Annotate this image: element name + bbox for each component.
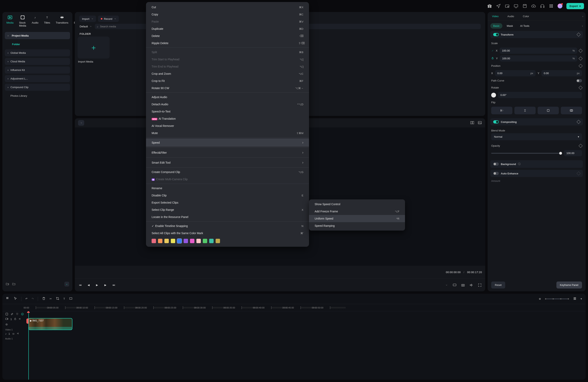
- autoenhance-toggle[interactable]: [493, 172, 499, 175]
- ctx-detach-audio[interactable]: Detach Audio^⌥D: [146, 101, 309, 108]
- video-track-icon[interactable]: [5, 317, 8, 321]
- scale-y-field[interactable]: 100.00%: [500, 55, 577, 61]
- compositing-keyframe[interactable]: [577, 120, 581, 124]
- pos-x-field[interactable]: 0.00px: [495, 70, 536, 76]
- subtab-aitools[interactable]: AI Tools: [517, 23, 532, 29]
- swatch[interactable]: [190, 239, 194, 243]
- pathcurve-toggle[interactable]: [576, 79, 582, 82]
- keyframe-panel-button[interactable]: Keyframe Panel: [556, 282, 582, 288]
- import-dropdown[interactable]: Import: [79, 16, 96, 22]
- timeline-ruler[interactable]: 00:0000:00:05:0000:00:10:0000:00:15:0000…: [2, 304, 586, 311]
- scale-x-field[interactable]: 100.00%: [500, 48, 577, 54]
- avatar[interactable]: [558, 4, 562, 8]
- save-icon[interactable]: [522, 4, 527, 8]
- record-dropdown[interactable]: Record: [98, 16, 119, 22]
- ctx-mute[interactable]: Mute⇧⌘M: [146, 130, 309, 137]
- lock-scale-icon[interactable]: [491, 57, 494, 60]
- tab-stock-media[interactable]: Stock Media: [19, 15, 26, 27]
- ctx-export-selected-clips[interactable]: Export Selected Clips: [146, 199, 309, 206]
- flip-fit-button[interactable]: [561, 107, 582, 114]
- volume-icon[interactable]: [469, 283, 474, 287]
- blend-mode-select[interactable]: Normal▾: [491, 133, 582, 140]
- swatch[interactable]: [184, 239, 188, 243]
- inspector-tab-color[interactable]: Color: [518, 12, 533, 20]
- ctx-duplicate[interactable]: Duplicate⌘D: [146, 25, 309, 32]
- ctx-ai-vocal-remover[interactable]: AI Vocal Remover: [146, 122, 309, 130]
- subtab-scroll-right[interactable]: ›: [582, 24, 583, 27]
- inspector-tab-audio[interactable]: Audio: [503, 12, 518, 20]
- ctx-delete[interactable]: Delete⌫: [146, 32, 309, 39]
- auto-icon[interactable]: [21, 312, 24, 316]
- section-compositing[interactable]: Compositing: [490, 118, 583, 125]
- ctx-effect-filter[interactable]: Effect&Filter: [146, 149, 309, 157]
- swatch[interactable]: [177, 239, 182, 243]
- reset-button[interactable]: Reset: [491, 282, 505, 288]
- cloud-upload-icon[interactable]: [531, 4, 536, 8]
- ctx-smart-edit-tool[interactable]: Smart Edit Tool: [146, 158, 309, 167]
- rotate-field[interactable]: 0.00°: [498, 92, 582, 98]
- export-button[interactable]: Export ▾: [567, 3, 584, 9]
- opacity-keyframe[interactable]: [579, 144, 583, 148]
- apps-grid-icon[interactable]: [549, 4, 554, 8]
- ctx-rotate-90-cw[interactable]: Rotate 90 CW⌥⌘→: [146, 84, 309, 92]
- swatch[interactable]: [158, 239, 162, 243]
- tab-transitions[interactable]: Transitions: [56, 15, 68, 27]
- sort-dropdown[interactable]: Default: [79, 24, 92, 29]
- ctx-select-clip-range[interactable]: Select Clip RangeX: [146, 206, 309, 213]
- ctx-adjust-audio[interactable]: Adjust Audio: [146, 94, 309, 101]
- transform-keyframe-icon[interactable]: [577, 33, 581, 37]
- tool-select-grid-icon[interactable]: [6, 297, 10, 301]
- redo-icon[interactable]: ↷: [32, 297, 34, 300]
- speed-uniform-speed[interactable]: Uniform Speed^R: [309, 215, 405, 222]
- flip-horizontal-button[interactable]: [491, 107, 512, 114]
- display-icon[interactable]: [452, 283, 457, 287]
- zoom-in-icon[interactable]: ⊕: [539, 297, 541, 300]
- swatch[interactable]: [152, 239, 156, 243]
- compositing-toggle[interactable]: [493, 120, 499, 123]
- delete-icon[interactable]: [42, 297, 46, 301]
- sidebar-item-compound[interactable]: ›Compound Clip: [5, 84, 70, 91]
- section-autoenhance[interactable]: Auto Enhance: [490, 170, 583, 177]
- ctx-crop-and-zoom[interactable]: Crop and Zoom⌥C: [146, 70, 309, 77]
- timeline-menu-icon[interactable]: ▾: [581, 297, 582, 300]
- undo-icon[interactable]: ↶: [25, 297, 28, 300]
- snapshot-icon[interactable]: [461, 283, 465, 287]
- audio-lock-icon[interactable]: [12, 332, 15, 335]
- skip-fwd-icon[interactable]: ⏭: [112, 283, 116, 287]
- flip-vertical-button[interactable]: [514, 107, 536, 114]
- sidebar-project-media[interactable]: Project Media: [5, 32, 70, 39]
- swatch[interactable]: [171, 239, 175, 243]
- tool-pointer-icon[interactable]: [14, 297, 17, 301]
- tab-titles[interactable]: TTitles: [44, 15, 50, 27]
- position-keyframe[interactable]: [579, 64, 583, 68]
- inspector-tab-video[interactable]: Video: [488, 12, 503, 20]
- ctx-copy[interactable]: Copy⌘C: [146, 11, 309, 18]
- skip-back-icon[interactable]: ⏮: [78, 283, 83, 287]
- cut-icon[interactable]: ✂: [50, 297, 52, 300]
- subtab-mask[interactable]: Mask: [504, 23, 516, 29]
- link-scale-icon[interactable]: ⟋: [491, 49, 494, 52]
- ctx-speed[interactable]: Speed: [146, 138, 309, 147]
- audio-mute-icon[interactable]: [17, 332, 20, 335]
- gift-icon[interactable]: [487, 4, 492, 8]
- flip-square-button[interactable]: [538, 107, 559, 114]
- ctx-locate-in-the-resource-panel[interactable]: Locate in the Resource Panel: [146, 213, 309, 221]
- send-icon[interactable]: [496, 4, 501, 8]
- swatch[interactable]: [164, 239, 169, 243]
- rotate-keyframe[interactable]: [579, 86, 583, 90]
- section-transform[interactable]: Transform: [490, 31, 583, 38]
- magnet-icon[interactable]: [16, 312, 19, 316]
- sidebar-item-cloud[interactable]: ›Cloud Media: [5, 58, 70, 65]
- video-clip[interactable]: ▶ IMG_7337: [28, 318, 72, 330]
- text-tool-icon[interactable]: T: [63, 297, 65, 300]
- transform-toggle[interactable]: [493, 33, 499, 36]
- ctx-rename[interactable]: Rename: [146, 185, 309, 192]
- sidebar-folder[interactable]: Folder: [5, 41, 70, 48]
- frame-back-icon[interactable]: ◀: [86, 283, 91, 287]
- picture-icon[interactable]: [478, 120, 482, 125]
- ctx-speech-to-text[interactable]: Speech-to-Text: [146, 108, 309, 115]
- ctx-enable-timeline-snapping[interactable]: ✓Enable Timeline SnappingN: [146, 222, 309, 229]
- opacity-field[interactable]: 100.00: [564, 150, 582, 156]
- play-icon[interactable]: ▶: [95, 283, 99, 287]
- speed-add-freeze-frame[interactable]: Add Freeze Frame⌥F: [309, 208, 405, 215]
